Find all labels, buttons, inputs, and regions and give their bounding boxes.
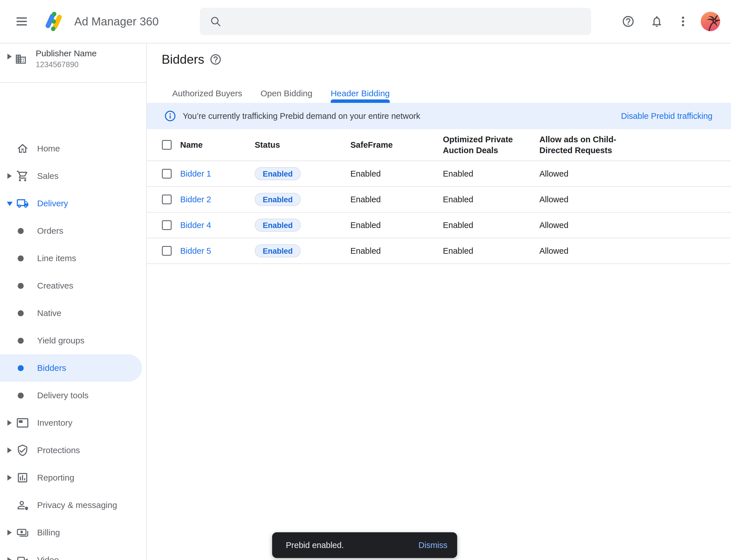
video-camera-icon: [16, 554, 29, 560]
page-help-icon[interactable]: [209, 53, 222, 66]
expand-right-icon: [7, 54, 12, 59]
status-badge: Enabled: [255, 219, 301, 232]
child-directed-value: Allowed: [539, 220, 622, 231]
child-directed-value: Allowed: [539, 194, 622, 205]
menu-icon[interactable]: [15, 15, 29, 28]
account-avatar[interactable]: [701, 12, 720, 31]
expand-right-icon: [7, 475, 12, 481]
inventory-frame-icon: [16, 417, 29, 429]
sidebar-item-inventory[interactable]: Inventory: [0, 409, 142, 437]
sidebar-item-yield-groups[interactable]: Yield groups: [0, 327, 142, 354]
bar-chart-icon: [16, 471, 29, 484]
person-shield-icon: [16, 499, 29, 511]
toast-message: Prebid enabled.: [286, 541, 344, 550]
page-title: Bidders: [162, 53, 204, 66]
notifications-bell-icon[interactable]: [650, 15, 663, 28]
bullet-icon: [18, 283, 24, 289]
sidebar-item-creatives[interactable]: Creatives: [0, 272, 142, 299]
table-row: Bidder 2 Enabled Enabled Enabled Allowed: [147, 187, 731, 213]
child-directed-value: Allowed: [539, 245, 622, 256]
safeframe-value: Enabled: [351, 220, 380, 231]
status-badge: Enabled: [255, 193, 301, 206]
opad-value: Enabled: [443, 168, 514, 179]
opad-value: Enabled: [443, 245, 514, 256]
tab-header-bidding[interactable]: Header Bidding: [331, 88, 390, 103]
sidebar-item-delivery[interactable]: Delivery: [0, 190, 142, 217]
safeframe-value: Enabled: [351, 245, 380, 256]
bullet-icon: [18, 393, 24, 399]
top-app-bar: Ad Manager 360: [0, 0, 731, 43]
dismiss-button[interactable]: Dismiss: [418, 541, 448, 550]
expand-down-icon: [7, 202, 13, 206]
bidder-link[interactable]: Bidder 5: [180, 245, 211, 256]
bullet-icon: [18, 255, 24, 261]
disable-prebid-trafficking-link[interactable]: Disable Prebid trafficking: [621, 110, 712, 122]
help-icon[interactable]: [622, 15, 635, 28]
publisher-switcher[interactable]: Publisher Name 1234567890: [0, 43, 146, 82]
search-icon: [209, 15, 222, 28]
sidebar-item-video[interactable]: Video: [0, 546, 142, 560]
table-row: Bidder 5 Enabled Enabled Enabled Allowed: [147, 238, 731, 264]
app-title: Ad Manager 360: [74, 15, 159, 28]
expand-right-icon: [7, 173, 12, 179]
payments-icon: [16, 526, 29, 539]
select-all-checkbox[interactable]: [162, 140, 172, 150]
opad-value: Enabled: [443, 220, 514, 231]
sidebar-item-native[interactable]: Native: [0, 299, 142, 327]
row-checkbox[interactable]: [162, 220, 172, 230]
table-row: Bidder 4 Enabled Enabled Enabled Allowed: [147, 213, 731, 238]
more-options-icon[interactable]: [676, 15, 690, 28]
bidder-link[interactable]: Bidder 2: [180, 194, 211, 205]
sidebar-item-home[interactable]: Home: [0, 135, 142, 162]
row-checkbox[interactable]: [162, 246, 172, 256]
column-header-child-directed-requests: Allow ads on Child-Directed Requests: [539, 134, 622, 156]
banner-message: You’re currently trafficking Prebid dema…: [183, 110, 420, 122]
sidebar-item-billing[interactable]: Billing: [0, 519, 142, 546]
tab-open-bidding[interactable]: Open Bidding: [261, 88, 313, 103]
tab-bar: Authorized Buyers Open Bidding Header Bi…: [172, 88, 390, 103]
bidder-link[interactable]: Bidder 1: [180, 168, 211, 179]
palm-tree-graphic: [701, 12, 720, 31]
main-content: Bidders Authorized Buyers Open Bidding H…: [147, 43, 731, 560]
search-input[interactable]: [229, 8, 584, 36]
shopping-cart-icon: [16, 170, 29, 182]
ad-manager-logo-icon: [42, 10, 65, 33]
sidebar-item-protections[interactable]: Protections: [0, 437, 142, 464]
info-banner: You’re currently trafficking Prebid dema…: [147, 103, 731, 129]
status-badge: Enabled: [255, 167, 301, 180]
column-header-name: Name: [180, 139, 203, 150]
bullet-icon: [18, 365, 24, 371]
sidebar-item-bidders[interactable]: Bidders: [0, 354, 142, 382]
sidebar-item-reporting[interactable]: Reporting: [0, 464, 142, 491]
sidebar-item-line-items[interactable]: Line items: [0, 245, 142, 272]
sidebar: Publisher Name 1234567890 Home Sales Del…: [0, 43, 147, 560]
expand-right-icon: [7, 557, 12, 560]
opad-value: Enabled: [443, 194, 514, 205]
row-checkbox[interactable]: [162, 195, 172, 204]
building-icon: [15, 53, 27, 65]
publisher-network-code: 1234567890: [36, 59, 79, 70]
column-header-optimized-private-auction-deals: Optimized Private Auction Deals: [443, 134, 514, 156]
row-checkbox[interactable]: [162, 169, 172, 179]
sidebar-item-delivery-tools[interactable]: Delivery tools: [0, 382, 142, 409]
info-icon: [164, 110, 177, 122]
column-header-safeframe: SafeFrame: [351, 139, 392, 150]
sidebar-item-orders[interactable]: Orders: [0, 217, 142, 245]
table-row: Bidder 1 Enabled Enabled Enabled Allowed: [147, 161, 731, 187]
tab-authorized-buyers[interactable]: Authorized Buyers: [172, 88, 242, 103]
delivery-truck-icon: [16, 197, 29, 210]
bidder-link[interactable]: Bidder 4: [180, 220, 211, 231]
sidebar-item-privacy-messaging[interactable]: Privacy & messaging: [0, 491, 142, 519]
safeframe-value: Enabled: [351, 194, 380, 205]
bidders-table: Name Status SafeFrame Optimized Private …: [147, 129, 731, 264]
publisher-name: Publisher Name: [36, 48, 97, 59]
child-directed-value: Allowed: [539, 168, 622, 179]
sidebar-item-sales[interactable]: Sales: [0, 162, 142, 190]
safeframe-value: Enabled: [351, 168, 380, 179]
snackbar-toast: Prebid enabled. Dismiss: [272, 532, 457, 558]
expand-right-icon: [7, 420, 12, 426]
divider: [0, 82, 146, 83]
column-header-status: Status: [255, 139, 280, 150]
bullet-icon: [18, 310, 24, 316]
search-bar: [200, 8, 591, 35]
